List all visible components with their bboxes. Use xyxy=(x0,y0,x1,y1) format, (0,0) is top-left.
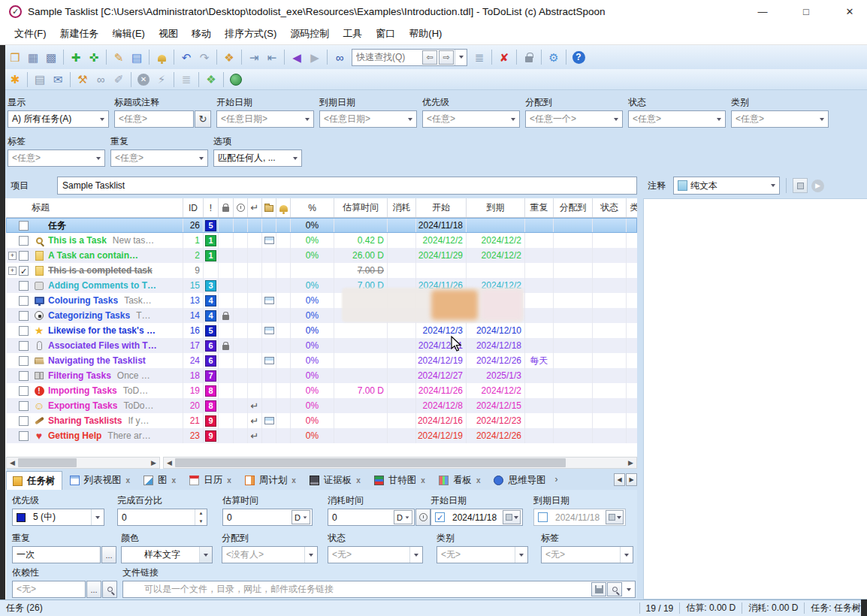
menu-item-5[interactable]: 排序方式(S) xyxy=(218,24,283,44)
tab-close-icon[interactable]: x xyxy=(421,476,425,485)
sort-button[interactable]: ≣ xyxy=(470,48,488,66)
task-title-cell[interactable]: Navigating the Tasklist xyxy=(6,353,183,368)
task-checkbox[interactable]: ✓ xyxy=(19,266,29,276)
scroll-left-icon[interactable]: ◀ xyxy=(164,457,175,468)
task-checkbox[interactable] xyxy=(19,341,29,351)
close-button[interactable]: ✕ xyxy=(832,0,867,23)
scroll-right-icon[interactable]: ▶ xyxy=(148,457,159,468)
task-row[interactable]: +A Task can contain…210%26.00 D2024/11/2… xyxy=(6,248,637,263)
task-checkbox[interactable] xyxy=(19,236,29,246)
task-title-cell[interactable]: ♥Getting HelpThere ar… xyxy=(6,428,183,443)
column-header-bell[interactable] xyxy=(276,198,291,217)
tab-close-icon[interactable]: x xyxy=(172,476,177,485)
task-row[interactable]: Associated Files with T…1760%2024/12/112… xyxy=(6,338,637,353)
menu-item-7[interactable]: 工具 xyxy=(336,24,369,44)
tab-close-icon[interactable]: x xyxy=(126,476,131,485)
column-header-used[interactable]: 消耗 xyxy=(388,198,416,217)
attr-select[interactable]: <没有人> xyxy=(222,546,318,563)
tab-周计划[interactable]: 周计划x xyxy=(239,471,302,490)
tab-scroll-right-button[interactable]: ▶ xyxy=(626,473,637,486)
menu-item-4[interactable]: 移动 xyxy=(185,24,218,44)
task-row[interactable]: ☺Exporting TasksToDo…208↵0%2024/12/82024… xyxy=(6,398,637,413)
date-picker[interactable]: 2024/11/18 xyxy=(533,509,626,526)
log-button[interactable]: ≣ xyxy=(177,71,195,89)
filter-select[interactable]: <任意> xyxy=(8,149,105,167)
expand-toggle[interactable]: + xyxy=(8,252,17,260)
email-button[interactable]: ✉ xyxy=(49,71,67,89)
filter-select[interactable]: <任意> xyxy=(628,110,726,128)
tab-看板[interactable]: 看板x xyxy=(433,471,487,490)
column-header-status[interactable]: 状态 xyxy=(593,198,627,217)
tab-close-icon[interactable]: x xyxy=(292,476,296,485)
attr-select[interactable]: <无> xyxy=(437,546,528,563)
find-next-button[interactable]: ⇨ xyxy=(439,50,454,65)
refresh-button[interactable]: ↻ xyxy=(195,110,211,128)
task-title-cell[interactable]: Associated Files with T… xyxy=(6,338,183,353)
browse-button[interactable]: ... xyxy=(101,546,116,563)
save-all-button[interactable]: ▩ xyxy=(42,48,60,66)
project-input[interactable]: Sample Tasklist xyxy=(57,177,637,195)
cleanup-button[interactable]: ✐ xyxy=(110,71,128,89)
find-tasks-button[interactable]: ∞ xyxy=(331,48,349,66)
tab-图[interactable]: 图x xyxy=(137,471,182,490)
filter-title-input[interactable]: <任意> xyxy=(114,110,194,128)
attr-select[interactable]: <无> xyxy=(328,546,423,563)
scroll-right-icon[interactable]: ▶ xyxy=(625,457,636,468)
new-task-button[interactable]: ✚ xyxy=(67,48,85,66)
task-title-cell[interactable]: ★Likewise for the task's … xyxy=(6,323,183,338)
menu-item-9[interactable]: 帮助(H) xyxy=(402,24,449,44)
comments-tool-button[interactable] xyxy=(793,178,808,193)
task-checkbox[interactable] xyxy=(19,431,29,441)
chevron-down-icon[interactable] xyxy=(622,581,635,597)
redo-button[interactable]: ↷ xyxy=(195,48,213,66)
filter-select[interactable]: <任意> xyxy=(422,110,520,128)
column-header-start[interactable]: 开始 xyxy=(416,198,467,217)
prev-task-button[interactable]: ◀ xyxy=(288,48,306,66)
menu-item-1[interactable]: 新建任务 xyxy=(53,24,106,44)
task-checkbox[interactable] xyxy=(19,326,29,336)
tab-任务树[interactable]: 任务树 xyxy=(6,471,62,490)
chevron-down-icon[interactable] xyxy=(455,50,467,65)
filter-select[interactable]: <任意日期> xyxy=(319,110,417,128)
color-select[interactable]: 样本文字 xyxy=(121,546,213,563)
tab-close-icon[interactable]: x xyxy=(356,476,361,485)
quick-find-input[interactable] xyxy=(352,50,421,65)
column-header-recur[interactable]: 重复 xyxy=(525,198,554,217)
tab-证据板[interactable]: 证据板x xyxy=(304,471,367,490)
task-title-cell[interactable]: +✓This is a completed task xyxy=(6,263,183,278)
scroll-thumb[interactable] xyxy=(18,458,77,467)
spin-up-icon[interactable]: ▲ xyxy=(195,509,207,518)
task-checkbox[interactable] xyxy=(19,296,29,306)
task-title-cell[interactable]: This is a TaskNew tas… xyxy=(6,233,183,248)
open-file-button[interactable]: ❒ xyxy=(6,48,24,66)
play-icon[interactable]: ▶ xyxy=(811,180,824,192)
print-button[interactable]: ▤ xyxy=(31,71,49,89)
column-header-clock[interactable] xyxy=(234,198,248,217)
task-row[interactable]: Sharing TasklistsIf y…219↵0%2024/12/1620… xyxy=(6,413,637,428)
edit-task-button[interactable]: ✎ xyxy=(110,48,128,66)
save-link-button[interactable] xyxy=(591,582,606,596)
menu-item-3[interactable]: 视图 xyxy=(152,24,185,44)
task-checkbox[interactable] xyxy=(19,251,29,261)
splitter[interactable] xyxy=(637,198,643,599)
tab-日历[interactable]: 日历x xyxy=(183,471,237,490)
task-row[interactable]: Categorizing TasksT…1440% xyxy=(6,308,637,323)
link-button[interactable]: ∞ xyxy=(92,71,110,89)
filter-select[interactable]: A) 所有任务(A) xyxy=(8,110,109,128)
web-browser-button[interactable] xyxy=(227,71,245,89)
task-row[interactable]: ♥Getting HelpThere ar…239↵0%2024/12/1920… xyxy=(6,428,637,443)
filter-select[interactable]: <任意一个> xyxy=(525,110,623,128)
task-checkbox[interactable] xyxy=(19,371,29,381)
task-row[interactable]: Colouring TasksTask…1340% xyxy=(6,293,637,308)
run-button[interactable]: ⚡ xyxy=(153,71,171,89)
tab-scroll-left-button[interactable]: ◀ xyxy=(614,473,625,486)
task-row[interactable]: ★Likewise for the task's …1650%2024/12/3… xyxy=(6,323,637,338)
maximize-button[interactable]: □ xyxy=(789,0,823,23)
task-checkbox[interactable] xyxy=(19,416,29,426)
task-title-cell[interactable]: !Importing TasksToD… xyxy=(6,383,183,398)
task-title-cell[interactable]: +A Task can contain… xyxy=(6,248,183,263)
time-input[interactable]: 0D xyxy=(222,509,313,526)
tools-button[interactable]: ⚒ xyxy=(74,71,92,89)
column-header-pri[interactable]: ! xyxy=(204,198,219,217)
tab-close-icon[interactable]: x xyxy=(476,476,481,485)
